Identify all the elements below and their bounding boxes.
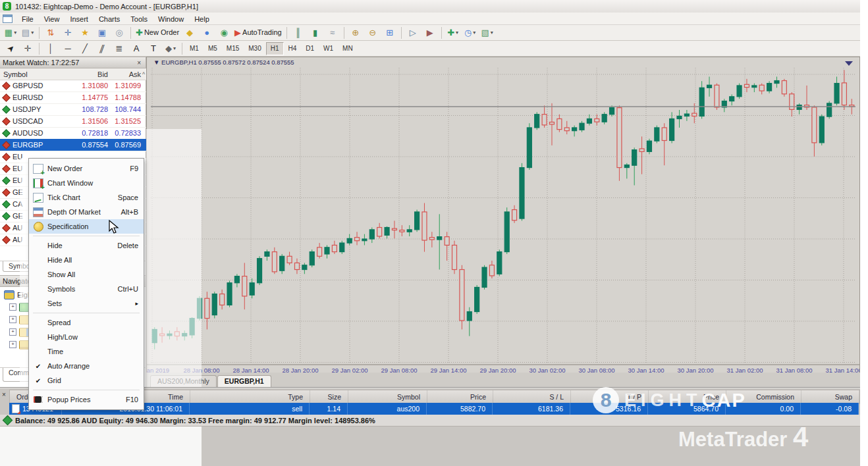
cursor-button[interactable]: ➤ xyxy=(2,41,19,56)
menu-item-icon-column xyxy=(29,207,47,217)
zoom-out-button[interactable]: ⊖ xyxy=(364,26,381,40)
web-terminal-button[interactable]: ◉ xyxy=(215,26,232,40)
market-watch-button[interactable]: ⇅ xyxy=(42,26,59,40)
menu-window[interactable]: Window xyxy=(153,14,189,24)
menu-bar: FileViewInsertChartsToolsWindowHelp xyxy=(0,13,860,25)
indicators-button[interactable]: ✚▾ xyxy=(445,26,462,40)
strategy-tester-button[interactable]: ◎ xyxy=(111,26,128,40)
market-watch-row[interactable]: USDCAD1.315061.31525 xyxy=(0,115,146,128)
context-menu-item-symbols[interactable]: SymbolsCtrl+U xyxy=(29,282,144,296)
eightcap-watermark-text-bold: CAP xyxy=(702,390,746,411)
chart-tab-eurgbp-h1[interactable]: EURGBP,H1 xyxy=(217,375,271,387)
context-menu-item-time[interactable]: Time xyxy=(29,344,144,359)
new-order-icon: ✚ xyxy=(136,28,143,37)
timeframe-mn[interactable]: MN xyxy=(338,42,358,55)
ask-value: 1.31525 xyxy=(108,117,141,125)
channel-tool-button[interactable]: ∥ xyxy=(94,41,111,56)
window-title: 101432: Eightcap-Demo - Demo Account - [… xyxy=(15,3,198,11)
autotrading-button[interactable]: ▶AutoTrading xyxy=(232,26,284,40)
shapes-tool-button[interactable]: ◆▾ xyxy=(162,41,179,56)
market-watch-row[interactable]: EURGBP0.875540.87569 xyxy=(0,139,146,151)
market-watch-close-icon[interactable]: × xyxy=(135,59,143,66)
context-menu-item-chart-window[interactable]: Chart Window xyxy=(29,176,144,190)
fibonacci-tool-button[interactable]: ≣ xyxy=(111,41,128,56)
autotrading-icon: ▶ xyxy=(234,28,241,37)
trendline-tool-button[interactable]: ╱ xyxy=(76,41,94,56)
specification-icon xyxy=(34,222,43,232)
periods-dropdown-icon[interactable]: ▾ xyxy=(473,30,475,36)
profiles-dropdown-icon[interactable]: ▾ xyxy=(31,30,34,36)
candlestick-mode-button[interactable]: ▮ xyxy=(307,26,324,40)
metatrader-watermark: MetaTrader 4 xyxy=(678,421,808,453)
expand-icon[interactable]: + xyxy=(9,303,16,311)
terminal-close-icon[interactable]: × xyxy=(2,391,6,398)
context-menu-item-hide-all[interactable]: Hide All xyxy=(29,253,144,267)
new-order-button[interactable]: ✚New Order xyxy=(134,26,181,40)
bar-chart-mode-button[interactable]: ║ xyxy=(290,26,307,40)
context-menu-item-popup-prices[interactable]: Popup PricesF10 xyxy=(29,392,144,407)
metaeditor-icon: ◆ xyxy=(186,28,193,37)
context-menu-item-new-order[interactable]: New OrderF9 xyxy=(29,161,144,176)
timeframe-w1[interactable]: W1 xyxy=(319,42,338,55)
vertical-line-tool-button[interactable]: │ xyxy=(42,41,59,56)
context-menu-item-depth-of-market[interactable]: Depth Of MarketAlt+B xyxy=(29,205,144,219)
timeframe-d1[interactable]: D1 xyxy=(301,42,319,55)
navigator-button[interactable]: ★ xyxy=(76,26,94,40)
shapes-tool-dropdown-icon[interactable]: ▾ xyxy=(173,46,176,51)
timeframe-m5[interactable]: M5 xyxy=(203,42,222,55)
profiles-button[interactable]: ▤▾ xyxy=(19,26,36,40)
timeframe-h1[interactable]: H1 xyxy=(266,42,284,55)
context-menu-item-show-all[interactable]: Show All xyxy=(29,267,144,282)
menu-item-shortcut: Space xyxy=(118,194,138,201)
market-watch-row[interactable]: USDJPY108.728108.744 xyxy=(0,103,146,116)
market-watch-row[interactable]: GBPUSD1.310801.31099 xyxy=(0,80,146,92)
white-overlay-chart xyxy=(146,129,202,387)
menu-file[interactable]: File xyxy=(16,14,39,24)
menu-tools[interactable]: Tools xyxy=(125,14,153,24)
auto-scroll-button[interactable]: ▶ xyxy=(421,26,439,40)
context-menu-item-grid[interactable]: ✔Grid xyxy=(29,373,144,388)
context-menu-item-sets[interactable]: Sets▸ xyxy=(29,296,144,311)
tile-windows-button[interactable]: ⊞ xyxy=(381,26,398,40)
context-menu-item-auto-arrange[interactable]: ✔Auto Arrange xyxy=(29,359,144,373)
chart-system-menu-icon[interactable] xyxy=(3,14,13,23)
menu-insert[interactable]: Insert xyxy=(65,14,94,24)
context-menu-item-high-low[interactable]: High/Low xyxy=(29,330,144,344)
metaeditor-button[interactable]: ◆ xyxy=(181,26,198,40)
text-label-tool-button[interactable]: T xyxy=(145,41,162,56)
timeframe-h4[interactable]: H4 xyxy=(284,42,302,55)
context-menu-item-tick-chart[interactable]: Tick ChartSpace xyxy=(29,190,144,205)
context-menu-item-specification[interactable]: Specification xyxy=(29,219,144,234)
context-menu-item-spread[interactable]: Spread xyxy=(29,315,144,330)
menu-help[interactable]: Help xyxy=(189,14,215,24)
new-chart-dropdown-icon[interactable]: ▾ xyxy=(14,30,16,36)
horizontal-line-tool-button[interactable]: ─ xyxy=(59,41,76,56)
terminal-panel-button[interactable]: ▣ xyxy=(94,26,111,40)
expand-icon[interactable]: + xyxy=(9,316,16,323)
indicators-dropdown-icon[interactable]: ▾ xyxy=(456,30,458,36)
price-chart[interactable]: ▼ EURGBP,H1 0.87555 0.87572 0.87524 0.87… xyxy=(146,57,860,387)
zoom-in-button[interactable]: ⊕ xyxy=(347,26,364,40)
symbol-cell: USDCAD xyxy=(0,117,70,125)
new-chart-button[interactable]: ▦▾ xyxy=(2,26,19,40)
crosshair-button[interactable]: ✛ xyxy=(19,41,36,56)
timeframe-m30[interactable]: M30 xyxy=(244,42,265,55)
mql5-community-button[interactable]: ● xyxy=(198,26,215,40)
bid-value: 0.87554 xyxy=(70,141,108,149)
expand-icon[interactable]: + xyxy=(9,328,16,336)
timeframe-m1[interactable]: M1 xyxy=(185,42,203,55)
market-watch-row[interactable]: EURUSD1.147751.14788 xyxy=(0,91,146,104)
timeframe-m15[interactable]: M15 xyxy=(222,42,244,55)
templates-dropdown-icon[interactable]: ▾ xyxy=(491,30,493,36)
data-window-button[interactable]: ✛ xyxy=(59,26,76,40)
market-watch-row[interactable]: AUDUSD0.728180.72833 xyxy=(0,127,146,140)
templates-button[interactable]: ▧▾ xyxy=(479,26,496,40)
text-tool-button[interactable]: A xyxy=(128,41,145,56)
line-chart-mode-button[interactable]: ≈ xyxy=(324,26,341,40)
chart-shift-button[interactable]: ▷ xyxy=(404,26,421,40)
menu-view[interactable]: View xyxy=(39,14,65,24)
expand-icon[interactable]: + xyxy=(9,341,16,348)
context-menu-item-hide[interactable]: HideDelete xyxy=(29,238,144,253)
menu-charts[interactable]: Charts xyxy=(94,14,125,24)
periods-button[interactable]: ◷▾ xyxy=(462,26,479,40)
